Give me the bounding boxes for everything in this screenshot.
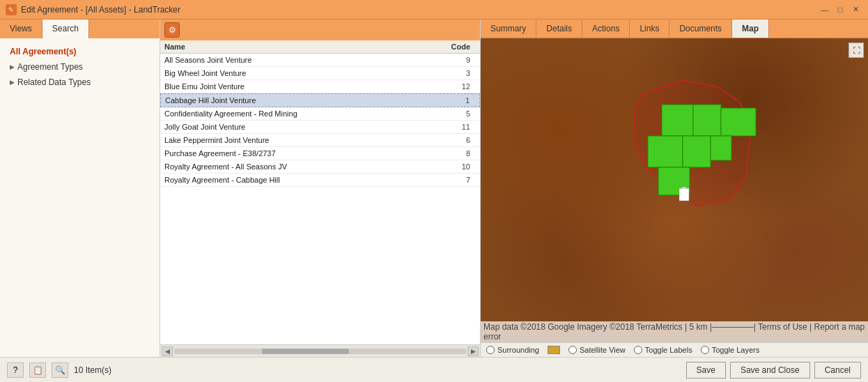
left-panel: Views Search All Agreement(s) ▶ Agreemen… bbox=[0, 20, 160, 357]
tab-actions[interactable]: Actions bbox=[582, 20, 630, 38]
gear-button[interactable]: ⚙ bbox=[164, 22, 180, 38]
horizontal-scrollbar[interactable]: ◀ ▶ bbox=[160, 344, 480, 357]
map-attribution: Map data ©2018 Google Imagery ©2018 Terr… bbox=[481, 321, 868, 342]
map-pin bbox=[679, 188, 689, 201]
green-block-5 bbox=[683, 136, 711, 167]
table-header: Name Code bbox=[160, 40, 480, 54]
table-row[interactable]: Lake Peppermint Joint Venture6 bbox=[160, 134, 480, 147]
satellite-radio[interactable] bbox=[568, 346, 577, 354]
nav-all-agreements[interactable]: All Agreement(s) bbox=[4, 44, 155, 59]
map-controls: Surrounding Satellite View Toggle Labels… bbox=[481, 342, 868, 357]
green-block-1 bbox=[662, 105, 693, 136]
tab-links[interactable]: Links bbox=[630, 20, 669, 38]
toggle-labels-control: Toggle Labels bbox=[634, 346, 692, 354]
app-icon: ✎ bbox=[6, 4, 17, 15]
middle-toolbar: ⚙ bbox=[160, 20, 480, 40]
scroll-right-arrow[interactable]: ▶ bbox=[467, 346, 479, 356]
table-body: All Seasons Joint Venture9Big Wheel Join… bbox=[160, 54, 480, 344]
close-button[interactable]: ✕ bbox=[848, 3, 862, 16]
toggle-labels-radio[interactable] bbox=[634, 346, 642, 354]
main-container: Views Search All Agreement(s) ▶ Agreemen… bbox=[0, 20, 868, 357]
toggle-layers-radio[interactable] bbox=[701, 346, 709, 354]
left-navigation: All Agreement(s) ▶ Agreement Types ▶ Rel… bbox=[0, 38, 160, 357]
scroll-thumb bbox=[262, 349, 350, 354]
tab-search[interactable]: Search bbox=[42, 20, 89, 39]
green-block-6 bbox=[711, 136, 731, 160]
tab-documents[interactable]: Documents bbox=[669, 20, 732, 38]
right-tabs: Summary Details Actions Links Documents … bbox=[481, 20, 868, 38]
left-tabs: Views Search bbox=[0, 20, 160, 38]
table-row[interactable]: Jolly Goat Joint Venture11 bbox=[160, 121, 480, 134]
table-row[interactable]: Royalty Agreement - Cabbage Hill7 bbox=[160, 174, 480, 187]
nav-related-data-types[interactable]: ▶ Related Data Types bbox=[4, 75, 155, 90]
toggle-labels-label[interactable]: Toggle Labels bbox=[645, 346, 692, 354]
title-bar-left: ✎ Edit Agreement - [All Assets] - LandTr… bbox=[6, 4, 180, 15]
bottom-right: Save Save and Close Cancel bbox=[686, 362, 861, 379]
help-button[interactable]: ? bbox=[7, 362, 24, 378]
column-name-header: Name bbox=[164, 43, 434, 51]
expand-arrow-icon: ▶ bbox=[10, 63, 15, 70]
table-row[interactable]: Cabbage Hill Joint Venture1 bbox=[160, 93, 480, 107]
save-close-button[interactable]: Save and Close bbox=[730, 362, 810, 379]
expand-arrow-icon-2: ▶ bbox=[10, 79, 15, 86]
search-button[interactable]: 🔍 bbox=[52, 362, 68, 378]
right-panel: Summary Details Actions Links Documents … bbox=[481, 20, 868, 357]
maximize-button[interactable]: □ bbox=[833, 3, 847, 16]
table-row[interactable]: Royalty Agreement - All Seasons JV10 bbox=[160, 160, 480, 174]
tab-views[interactable]: Views bbox=[0, 20, 42, 38]
title-bar: ✎ Edit Agreement - [All Assets] - LandTr… bbox=[0, 0, 868, 20]
table-row[interactable]: All Seasons Joint Venture9 bbox=[160, 54, 480, 67]
scroll-track[interactable] bbox=[174, 349, 466, 354]
map-container: ⛶ Map data ©2018 Google Imagery ©2018 Te… bbox=[481, 38, 868, 342]
surrounding-label[interactable]: Surrounding bbox=[497, 346, 539, 354]
color-swatch bbox=[548, 346, 560, 354]
satellite-label[interactable]: Satellite View bbox=[580, 346, 626, 354]
surrounding-control: Surrounding bbox=[486, 346, 539, 354]
table-row[interactable]: Blue Emu Joint Venture12 bbox=[160, 80, 480, 93]
table-row[interactable]: Purchase Agreement - E38/27378 bbox=[160, 147, 480, 160]
toggle-layers-label[interactable]: Toggle Layers bbox=[712, 346, 760, 354]
green-block-4 bbox=[648, 136, 683, 167]
cancel-button[interactable]: Cancel bbox=[814, 362, 861, 379]
app-title: Edit Agreement - [All Assets] - LandTrac… bbox=[21, 5, 180, 15]
table-row[interactable]: Confidentiality Agreement - Red Mining5 bbox=[160, 107, 480, 121]
bottom-left: ? 📋 🔍 10 Item(s) bbox=[7, 362, 111, 378]
map-overlay-svg bbox=[481, 38, 868, 342]
item-count: 10 Item(s) bbox=[74, 365, 111, 375]
middle-panel: ⚙ Name Code All Seasons Joint Venture9Bi… bbox=[160, 20, 481, 357]
save-button[interactable]: Save bbox=[686, 362, 726, 379]
table-row[interactable]: Big Wheel Joint Venture3 bbox=[160, 67, 480, 80]
green-block-2 bbox=[693, 105, 721, 136]
tab-map[interactable]: Map bbox=[732, 20, 769, 38]
tab-details[interactable]: Details bbox=[536, 20, 582, 38]
nav-agreement-types[interactable]: ▶ Agreement Types bbox=[4, 59, 155, 75]
green-block-3 bbox=[721, 108, 756, 136]
satellite-view-control: Satellite View bbox=[568, 346, 626, 354]
surrounding-radio[interactable] bbox=[486, 346, 495, 354]
window-controls: — □ ✕ bbox=[818, 3, 862, 16]
clipboard-button[interactable]: 📋 bbox=[29, 362, 46, 378]
bottom-bar: ? 📋 🔍 10 Item(s) Save Save and Close Can… bbox=[0, 357, 868, 382]
toggle-layers-control: Toggle Layers bbox=[701, 346, 760, 354]
expand-map-button[interactable]: ⛶ bbox=[848, 43, 864, 58]
column-code-header: Code bbox=[434, 43, 476, 51]
tab-summary[interactable]: Summary bbox=[481, 20, 536, 38]
scroll-left-arrow[interactable]: ◀ bbox=[162, 346, 173, 356]
minimize-button[interactable]: — bbox=[818, 3, 832, 16]
